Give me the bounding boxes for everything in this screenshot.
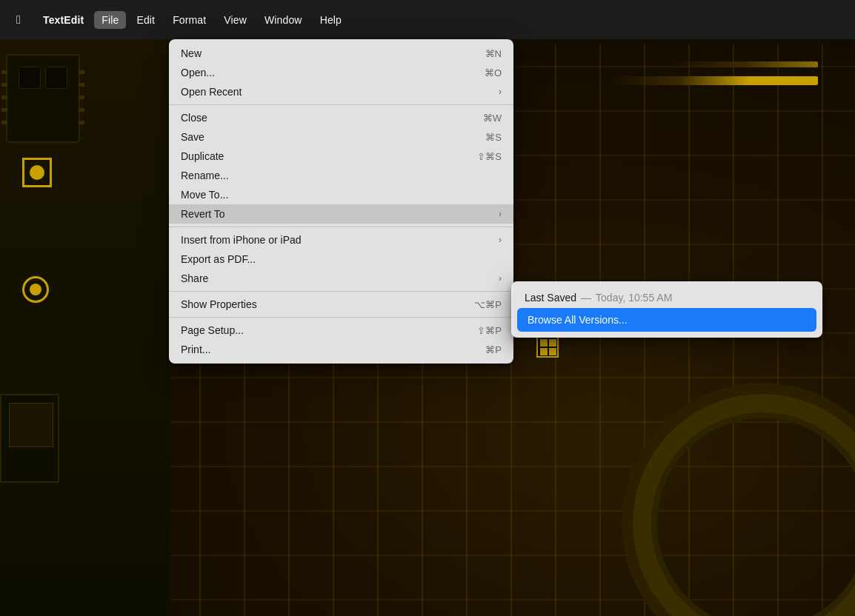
share-arrow: › xyxy=(499,273,502,284)
last-saved-time: Today, 10:55 AM xyxy=(596,292,672,304)
separator-2 xyxy=(169,227,513,227)
menu-item-share-label: Share xyxy=(181,272,496,284)
help-menu-trigger[interactable]: Help xyxy=(313,11,349,29)
yellow-dot-1 xyxy=(30,165,44,180)
file-menu-trigger[interactable]: File xyxy=(94,11,126,29)
menu-item-open-label: Open... xyxy=(181,67,485,78)
menu-item-close[interactable]: Close ⌘W xyxy=(169,108,513,127)
menu-item-open-recent-label: Open Recent xyxy=(181,86,496,98)
file-menu-dropdown: New ⌘N Open... ⌘O Open Recent › Close ⌘W… xyxy=(169,39,513,364)
last-saved-row: Last Saved — Today, 10:55 AM xyxy=(517,287,816,308)
menu-item-show-properties-label: Show Properties xyxy=(181,298,474,310)
separator-3 xyxy=(169,291,513,292)
apple-menu[interactable]:  xyxy=(9,10,28,30)
format-menu-trigger[interactable]: Format xyxy=(165,11,213,29)
textedit-menu[interactable]: TextEdit xyxy=(36,11,91,29)
edit-menu-trigger[interactable]: Edit xyxy=(129,11,162,29)
menu-item-insert-from-label: Insert from iPhone or iPad xyxy=(181,234,496,246)
menu-item-rename[interactable]: Rename... xyxy=(169,166,513,185)
menu-item-print-shortcut: ⌘P xyxy=(485,344,502,355)
menu-item-duplicate-shortcut: ⇧⌘S xyxy=(477,151,502,162)
menu-item-show-properties-shortcut: ⌥⌘P xyxy=(474,299,502,310)
window-menu-trigger[interactable]: Window xyxy=(257,11,310,29)
separator-1 xyxy=(169,104,513,105)
menu-item-open-shortcut: ⌘O xyxy=(485,67,502,78)
view-menu-trigger[interactable]: View xyxy=(216,11,254,29)
rect-component xyxy=(0,394,59,483)
menu-item-export-pdf[interactable]: Export as PDF... xyxy=(169,250,513,269)
menu-item-show-properties[interactable]: Show Properties ⌥⌘P xyxy=(169,295,513,314)
menu-item-share[interactable]: Share › xyxy=(169,269,513,288)
menubar:  TextEdit File Edit Format View Window … xyxy=(0,0,855,39)
menu-item-page-setup-shortcut: ⇧⌘P xyxy=(477,325,502,336)
menu-item-print[interactable]: Print... ⌘P xyxy=(169,340,513,359)
menu-item-save[interactable]: Save ⌘S xyxy=(169,127,513,147)
menu-item-duplicate-label: Duplicate xyxy=(181,150,477,162)
open-recent-arrow: › xyxy=(499,87,502,97)
menu-item-close-label: Close xyxy=(181,112,483,124)
menu-item-page-setup[interactable]: Page Setup... ⇧⌘P xyxy=(169,321,513,340)
gear-arc xyxy=(633,394,855,616)
last-saved-label: Last Saved xyxy=(525,292,576,304)
separator-4 xyxy=(169,317,513,318)
menu-item-export-pdf-label: Export as PDF... xyxy=(181,253,502,265)
browse-all-versions-button[interactable]: Browse All Versions... xyxy=(517,308,816,332)
last-saved-dash: — xyxy=(581,292,591,304)
circuit-left-panel xyxy=(0,39,170,616)
revert-to-arrow: › xyxy=(499,209,502,219)
menu-item-duplicate[interactable]: Duplicate ⇧⌘S xyxy=(169,147,513,166)
menu-item-insert-from[interactable]: Insert from iPhone or iPad › xyxy=(169,230,513,250)
insert-from-arrow: › xyxy=(499,235,502,245)
grid-component xyxy=(536,335,559,358)
menu-item-move-to-label: Move To... xyxy=(181,189,502,201)
menu-item-save-label: Save xyxy=(181,131,485,143)
menu-item-revert-to[interactable]: Revert To › xyxy=(169,204,513,224)
menu-item-print-label: Print... xyxy=(181,344,485,355)
menu-item-open-recent[interactable]: Open Recent › xyxy=(169,82,513,101)
menu-item-new-shortcut: ⌘N xyxy=(485,48,502,59)
menu-item-move-to[interactable]: Move To... xyxy=(169,185,513,204)
menu-item-revert-to-label: Revert To xyxy=(181,208,496,220)
menu-item-close-shortcut: ⌘W xyxy=(483,113,502,124)
yellow-dot-2 xyxy=(30,284,41,295)
menu-item-open[interactable]: Open... ⌘O xyxy=(169,63,513,82)
menu-item-new-label: New xyxy=(181,47,485,59)
ic-chip-decoration xyxy=(6,54,80,143)
menu-item-new[interactable]: New ⌘N xyxy=(169,44,513,63)
menu-item-save-shortcut: ⌘S xyxy=(485,132,502,143)
menu-item-page-setup-label: Page Setup... xyxy=(181,324,477,336)
revert-to-submenu: Last Saved — Today, 10:55 AM Browse All … xyxy=(511,281,822,338)
menu-item-rename-label: Rename... xyxy=(181,170,502,181)
